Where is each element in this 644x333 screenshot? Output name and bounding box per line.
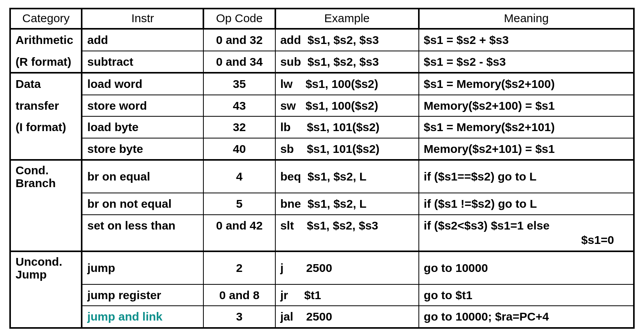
category-cond-blank bbox=[10, 193, 82, 215]
opcode-cell: 43 bbox=[203, 95, 275, 117]
category-arithmetic-2: (R format) bbox=[10, 51, 82, 73]
opcode-cell: 0 and 42 bbox=[203, 215, 275, 251]
category-uncond-blank bbox=[10, 284, 82, 306]
opcode-cell: 35 bbox=[203, 73, 275, 95]
opcode-cell: 2 bbox=[203, 251, 275, 284]
instr-cell: store byte bbox=[82, 138, 203, 160]
opcode-cell: 5 bbox=[203, 193, 275, 215]
meaning-cell: go to 10000 bbox=[419, 251, 634, 284]
category-cond: Cond. Branch bbox=[10, 160, 82, 193]
table-row: set on less than 0 and 42 slt $s1, $s2, … bbox=[10, 215, 634, 251]
instr-cell: jump register bbox=[82, 284, 203, 306]
table-row: Uncond. Jump jump 2 j 2500 go to 10000 bbox=[10, 251, 634, 284]
table-row: Cond. Branch br on equal 4 beq $s1, $s2,… bbox=[10, 160, 634, 193]
instr-cell: add bbox=[82, 29, 203, 51]
example-cell: j 2500 bbox=[275, 251, 419, 284]
table-row: transfer store word 43 sw $s1, 100($s2) … bbox=[10, 95, 634, 117]
category-data-blank bbox=[10, 138, 82, 160]
category-cond-line2: Branch bbox=[16, 177, 56, 189]
example-cell: slt $s1, $s2, $s3 bbox=[275, 215, 419, 251]
category-data-3: (I format) bbox=[10, 116, 82, 138]
meaning-cell: Memory($s2+101) = $s1 bbox=[419, 138, 634, 160]
meaning-cell: $s1 = Memory($s2+101) bbox=[419, 116, 634, 138]
opcode-cell: 0 and 8 bbox=[203, 284, 275, 306]
example-cell: jr $t1 bbox=[275, 284, 419, 306]
header-row: Category Instr Op Code Example Meaning bbox=[10, 9, 634, 29]
table-row: br on not equal 5 bne $s1, $s2, L if ($s… bbox=[10, 193, 634, 215]
header-meaning: Meaning bbox=[419, 9, 634, 29]
example-cell: lb $s1, 101($s2) bbox=[275, 116, 419, 138]
header-opcode: Op Code bbox=[203, 9, 275, 29]
meaning-cell: go to 10000; $ra=PC+4 bbox=[419, 306, 634, 328]
opcode-cell: 0 and 34 bbox=[203, 51, 275, 73]
example-cell: lw $s1, 100($s2) bbox=[275, 73, 419, 95]
category-uncond-blank2 bbox=[10, 306, 82, 328]
meaning-cell: $s1 = $s2 - $s3 bbox=[419, 51, 634, 73]
opcode-cell: 40 bbox=[203, 138, 275, 160]
header-instr: Instr bbox=[82, 9, 203, 29]
example-cell: bne $s1, $s2, L bbox=[275, 193, 419, 215]
example-cell: beq $s1, $s2, L bbox=[275, 160, 419, 193]
header-category: Category bbox=[10, 9, 82, 29]
example-cell: sw $s1, 100($s2) bbox=[275, 95, 419, 117]
example-cell: add $s1, $s2, $s3 bbox=[275, 29, 419, 51]
table-row: jump and link 3 jal 2500 go to 10000; $r… bbox=[10, 306, 634, 328]
instr-cell: set on less than bbox=[82, 215, 203, 251]
instr-cell-jal: jump and link bbox=[82, 306, 203, 328]
meaning-cell: Memory($s2+100) = $s1 bbox=[419, 95, 634, 117]
instr-cell: jump bbox=[82, 251, 203, 284]
instr-cell: load byte bbox=[82, 116, 203, 138]
category-uncond: Uncond. Jump bbox=[10, 251, 82, 284]
table-row: (I format) load byte 32 lb $s1, 101($s2)… bbox=[10, 116, 634, 138]
category-uncond-line2: Jump bbox=[16, 268, 47, 281]
example-cell: jal 2500 bbox=[275, 306, 419, 328]
meaning-cell: if ($s2<$s3) $s1=1 else $s1=0 bbox=[419, 215, 634, 251]
meaning-line2: $s1=0 bbox=[424, 233, 628, 247]
table-row: (R format) subtract 0 and 34 sub $s1, $s… bbox=[10, 51, 634, 73]
meaning-cell: if ($s1==$s2) go to L bbox=[419, 160, 634, 193]
meaning-cell: go to $t1 bbox=[419, 284, 634, 306]
category-cond-line1: Cond. bbox=[16, 164, 49, 177]
category-data-1: Data bbox=[10, 73, 82, 95]
opcode-cell: 0 and 32 bbox=[203, 29, 275, 51]
category-cond-blank2 bbox=[10, 215, 82, 251]
category-arithmetic-1: Arithmetic bbox=[10, 29, 82, 51]
example-cell: sb $s1, 101($s2) bbox=[275, 138, 419, 160]
meaning-cell: if ($s1 !=$s2) go to L bbox=[419, 193, 634, 215]
table-row: Data load word 35 lw $s1, 100($s2) $s1 =… bbox=[10, 73, 634, 95]
meaning-cell: $s1 = Memory($s2+100) bbox=[419, 73, 634, 95]
meaning-cell: $s1 = $s2 + $s3 bbox=[419, 29, 634, 51]
instruction-table: Category Instr Op Code Example Meaning A… bbox=[9, 8, 635, 329]
table-row: store byte 40 sb $s1, 101($s2) Memory($s… bbox=[10, 138, 634, 160]
category-data-2: transfer bbox=[10, 95, 82, 117]
instr-cell: br on equal bbox=[82, 160, 203, 193]
instr-cell: load word bbox=[82, 73, 203, 95]
example-cell: sub $s1, $s2, $s3 bbox=[275, 51, 419, 73]
opcode-cell: 4 bbox=[203, 160, 275, 193]
opcode-cell: 32 bbox=[203, 116, 275, 138]
instr-cell: store word bbox=[82, 95, 203, 117]
category-uncond-line1: Uncond. bbox=[16, 255, 62, 268]
header-example: Example bbox=[275, 9, 419, 29]
table-row: jump register 0 and 8 jr $t1 go to $t1 bbox=[10, 284, 634, 306]
opcode-cell: 3 bbox=[203, 306, 275, 328]
instr-cell: br on not equal bbox=[82, 193, 203, 215]
meaning-line1: if ($s2<$s3) $s1=1 else bbox=[424, 219, 550, 232]
instr-cell: subtract bbox=[82, 51, 203, 73]
table-row: Arithmetic add 0 and 32 add $s1, $s2, $s… bbox=[10, 29, 634, 51]
